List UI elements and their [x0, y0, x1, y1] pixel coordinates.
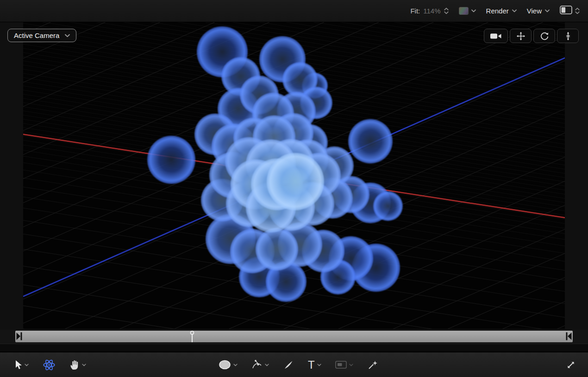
chevron-down-icon — [471, 9, 476, 13]
adjust-glyph-tool[interactable] — [367, 359, 378, 371]
text-icon: T — [308, 359, 315, 371]
view-menu[interactable]: View — [527, 7, 550, 15]
paint-stroke-tool[interactable] — [283, 359, 294, 371]
top-toolbar: Fit: 114% Render View — [0, 0, 588, 22]
chevron-down-icon — [512, 9, 517, 13]
particle-sphere — [373, 191, 403, 221]
pan-camera-button[interactable] — [510, 29, 532, 43]
dolly-camera-button[interactable] — [557, 29, 579, 43]
stepper-icon[interactable] — [444, 7, 449, 14]
mini-timeline-strip — [0, 344, 588, 352]
color-swatch-control[interactable] — [459, 7, 476, 15]
select-tool[interactable] — [14, 360, 29, 370]
particle-spheres — [23, 22, 565, 329]
stepper-icon — [575, 7, 580, 14]
transform-3d-tool[interactable] — [43, 358, 56, 371]
render-menu-label: Render — [486, 7, 509, 15]
chevron-down-icon — [317, 364, 321, 366]
bezier-icon — [251, 359, 263, 371]
in-point-icon[interactable] — [16, 331, 23, 343]
chevron-down-icon — [265, 364, 269, 366]
zoom-value: 114% — [423, 7, 440, 15]
chevron-down-icon — [349, 364, 353, 366]
particle-sphere — [147, 136, 195, 184]
camera-tools — [484, 29, 579, 43]
chevron-down-icon — [233, 364, 238, 366]
chevron-down-icon — [545, 9, 550, 13]
image-mask-icon — [335, 361, 347, 369]
bezier-tool[interactable] — [251, 359, 269, 371]
pan-arrows-icon — [516, 31, 525, 41]
chevron-down-icon — [82, 364, 86, 366]
transform-3d-icon — [43, 358, 56, 371]
sparkle-line-icon — [367, 359, 378, 371]
expand-icon — [566, 360, 576, 370]
active-camera-label: Active Camera — [14, 31, 59, 39]
image-mask-tool[interactable] — [335, 361, 353, 369]
render-menu[interactable]: Render — [486, 7, 517, 15]
window-layout-control[interactable] — [560, 6, 580, 16]
gradient-swatch — [459, 7, 469, 15]
chevron-down-icon — [25, 364, 29, 366]
expand-view-button[interactable] — [566, 360, 576, 370]
video-camera-icon — [490, 32, 502, 40]
text-tool[interactable]: T — [308, 359, 321, 371]
orbit-icon — [540, 31, 549, 41]
fit-label: Fit: — [410, 7, 420, 15]
timeline-scrubber[interactable] — [0, 330, 588, 344]
select-cursor-icon — [14, 360, 22, 370]
chevron-down-icon — [65, 34, 70, 38]
out-point-icon[interactable] — [565, 331, 572, 343]
view-menu-label: View — [527, 7, 542, 15]
paint-stroke-icon — [283, 359, 294, 371]
particle-sphere — [256, 228, 298, 270]
timeline-track[interactable] — [15, 331, 573, 342]
shape-oval-tool[interactable] — [219, 360, 238, 370]
particle-sphere — [348, 119, 393, 163]
zoom-control[interactable]: Fit: 114% — [410, 7, 448, 15]
oval-icon — [219, 360, 231, 370]
motion-window: Fit: 114% Render View — [0, 0, 588, 377]
display-layout-icon — [560, 6, 572, 16]
bottom-toolbar: T — [0, 352, 588, 377]
playhead-icon[interactable] — [189, 330, 195, 345]
pan-hand-tool[interactable] — [69, 359, 86, 371]
orbit-camera-button[interactable] — [533, 29, 555, 43]
particle-sphere — [267, 153, 324, 210]
canvas-viewport[interactable] — [23, 22, 565, 329]
record-camera-button[interactable] — [484, 29, 508, 43]
hand-icon — [69, 359, 80, 371]
active-camera-menu[interactable]: Active Camera — [7, 29, 76, 42]
dolly-icon — [565, 31, 571, 41]
